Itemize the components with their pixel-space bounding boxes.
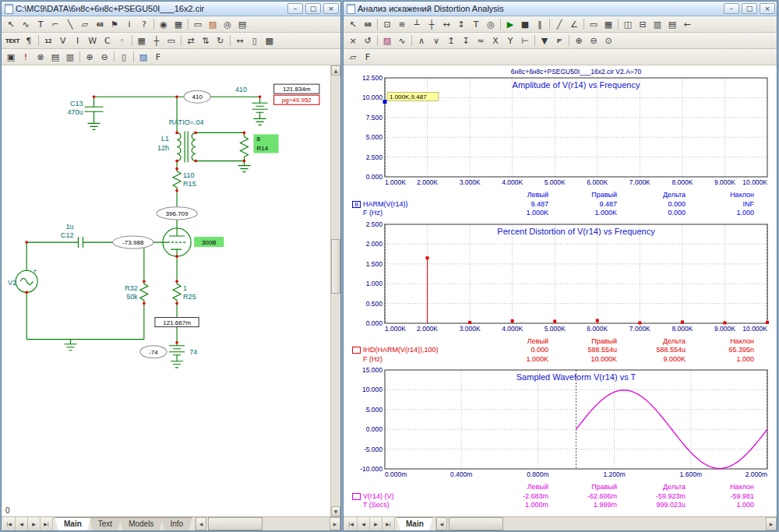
region-enable-icon[interactable]: ▦ bbox=[171, 18, 185, 31]
sheet-cascade-icon[interactable]: ▥ bbox=[63, 51, 77, 64]
tab-text[interactable]: Text bbox=[89, 517, 122, 530]
flip-horizontal-icon[interactable]: ⇄ bbox=[184, 34, 198, 48]
scroll-up-button[interactable]: ▲ bbox=[331, 65, 340, 76]
remove-icon[interactable]: ⊗ bbox=[33, 51, 48, 64]
tube-model-label[interactable]: 300B bbox=[202, 239, 217, 246]
sheet-tiles-icon[interactable]: ▤ bbox=[48, 51, 62, 64]
minimize-button[interactable]: – bbox=[287, 3, 303, 14]
ruler-icon[interactable]: ┴ bbox=[410, 18, 424, 31]
horizontal-axis-cursor-icon[interactable]: ↔ bbox=[439, 18, 453, 31]
r32-value-label[interactable]: 50k bbox=[126, 293, 138, 301]
l1-name-label[interactable]: L1 bbox=[161, 135, 169, 143]
waveform-buffer-icon[interactable]: ∿ bbox=[395, 34, 409, 48]
c13-name-label[interactable]: C13 bbox=[70, 100, 83, 107]
grid-icon[interactable]: ▦ bbox=[135, 34, 149, 48]
cross-hair-icon[interactable]: ┼ bbox=[150, 34, 164, 48]
wire-mode-icon[interactable]: ⌐ bbox=[48, 18, 62, 31]
hscroll-thumb[interactable] bbox=[449, 517, 503, 530]
chart-3-plot[interactable]: 0.000m0.400m0.800m1.200m1.600m2.000m-10.… bbox=[346, 368, 774, 479]
go-to-branch-icon[interactable]: ⊢ bbox=[518, 34, 532, 48]
text-icon[interactable]: T bbox=[469, 18, 483, 31]
prev-page-button[interactable]: ◀ bbox=[358, 517, 370, 530]
vertical-axis-cursor-icon[interactable]: ↕ bbox=[454, 18, 468, 31]
zoom-auto-icon[interactable]: ⊙ bbox=[601, 34, 615, 48]
find-component-icon[interactable]: ◎ bbox=[220, 18, 234, 31]
bias-value-label[interactable]: 74 bbox=[189, 348, 197, 356]
numeric-output-icon[interactable]: ▤ bbox=[665, 18, 679, 31]
cascade-icon[interactable]: ▥ bbox=[650, 18, 664, 31]
hscroll-track[interactable] bbox=[447, 517, 766, 530]
bplus-value-label[interactable]: 410 bbox=[235, 86, 247, 93]
r15-name-label[interactable]: R15 bbox=[183, 180, 196, 188]
exit-analysis-icon[interactable]: ← bbox=[680, 18, 694, 31]
conditions-icon[interactable]: C bbox=[100, 34, 115, 48]
r14-name-label[interactable]: R14 bbox=[257, 145, 269, 152]
c12-name-label[interactable]: C12 bbox=[61, 231, 74, 239]
c13-value-label[interactable]: 470u bbox=[67, 108, 83, 116]
chart-1-plot[interactable]: 1.000K2.000K3.000K4.000K5.000K6.000K7.00… bbox=[346, 68, 774, 187]
slope-icon[interactable]: ╱ bbox=[552, 18, 566, 31]
sensitive-border-icon[interactable]: ▩ bbox=[263, 34, 277, 48]
flip-vertical-icon[interactable]: ⇅ bbox=[199, 34, 213, 48]
rotate-icon[interactable]: ↻ bbox=[213, 34, 227, 48]
trace-expression[interactable]: F (Hz) bbox=[363, 209, 382, 218]
clipboard-page-icon[interactable]: ▯ bbox=[117, 51, 131, 64]
select-color-icon[interactable]: ▨ bbox=[206, 18, 220, 31]
graph-paper-icon[interactable]: 68 bbox=[361, 18, 375, 31]
prev-page-button[interactable]: ◀ bbox=[16, 517, 28, 530]
high-icon[interactable]: ↥ bbox=[444, 34, 458, 48]
v2-name-label[interactable]: V2 bbox=[8, 279, 16, 287]
node-numbers-icon[interactable]: 12 bbox=[41, 34, 55, 48]
ratio-label[interactable]: RATIO=.04 bbox=[169, 118, 204, 126]
analysis-titlebar[interactable]: Анализ искажений Distortion Analysis – □… bbox=[344, 2, 777, 16]
restore-button[interactable]: □ bbox=[305, 3, 321, 14]
hscroll-thumb[interactable] bbox=[208, 517, 263, 530]
schematic-titlebar[interactable]: C:\MC9\DATA\6н8с+6н8с+PSEGU50I___16x2.ci… bbox=[2, 2, 340, 16]
stop-icon[interactable]: ■ bbox=[518, 18, 532, 31]
tab-info[interactable]: Info bbox=[160, 517, 192, 530]
tag-icon[interactable]: ◎ bbox=[484, 18, 498, 31]
currents-icon[interactable]: I bbox=[71, 34, 85, 48]
trace-expression[interactable]: IHD(HARM(V(r14)),100) bbox=[363, 346, 439, 355]
select-mode-icon[interactable]: ↖ bbox=[346, 18, 360, 31]
select-mode-icon[interactable]: ↖ bbox=[4, 18, 18, 31]
trace-expression[interactable]: F (Hz) bbox=[363, 355, 382, 365]
color-palette-icon[interactable]: ▨ bbox=[136, 51, 150, 64]
schematic-horizontal-scrollbar[interactable]: ◀ ▶ bbox=[195, 517, 340, 530]
border-icon[interactable]: ▭ bbox=[164, 34, 178, 48]
scale-mode-icon[interactable]: 68 bbox=[93, 18, 107, 31]
peak-icon[interactable]: ∧ bbox=[414, 34, 428, 48]
tokens-icon[interactable]: ≋ bbox=[395, 18, 409, 31]
help-mode-icon[interactable]: ? bbox=[137, 18, 151, 31]
first-page-button[interactable]: |◀ bbox=[3, 517, 16, 530]
next-page-button[interactable]: ▶ bbox=[28, 517, 41, 530]
zoom-in-icon[interactable]: ⊕ bbox=[572, 34, 586, 48]
circuit-wires[interactable] bbox=[16, 97, 268, 368]
valley-icon[interactable]: ∨ bbox=[429, 34, 443, 48]
r25-value-label[interactable]: 1 bbox=[183, 284, 187, 292]
delete-all-objects-icon[interactable]: × bbox=[346, 34, 360, 48]
tile-horizontal-icon[interactable]: ⊟ bbox=[636, 18, 650, 31]
step-box-icon[interactable]: ↔ bbox=[233, 34, 247, 48]
l1-value-label[interactable]: 12h bbox=[157, 144, 169, 152]
zoom-in-icon[interactable]: ⊕ bbox=[83, 51, 97, 64]
show-all-icon[interactable]: ▤ bbox=[235, 18, 249, 31]
p-prime-icon[interactable]: P' bbox=[552, 34, 566, 48]
graphics-mode-icon[interactable]: ▱ bbox=[78, 18, 92, 31]
color-bars-icon[interactable]: ▨ bbox=[380, 34, 394, 48]
flag-mode-icon[interactable]: ⚑ bbox=[108, 18, 122, 31]
tab-models[interactable]: Models bbox=[119, 517, 163, 530]
inflection-icon[interactable]: ≈ bbox=[474, 34, 488, 48]
trace-expression[interactable]: HARM(V(r14)) bbox=[363, 200, 408, 210]
close-button[interactable]: × bbox=[323, 3, 339, 14]
tab-main[interactable]: Main bbox=[55, 517, 91, 530]
r14-value-label[interactable]: 8 bbox=[257, 136, 261, 143]
text-mode-icon[interactable]: T bbox=[33, 18, 48, 31]
scope-box-icon[interactable]: ▭ bbox=[587, 18, 601, 31]
first-page-button[interactable]: |◀ bbox=[345, 517, 358, 530]
schematic-vertical-scrollbar[interactable]: ▲ ▼ bbox=[330, 65, 340, 516]
trace-expression[interactable]: V(r14) (V) bbox=[363, 492, 394, 502]
font-icon[interactable]: F bbox=[151, 51, 165, 64]
zoom-out-icon[interactable]: ⊖ bbox=[587, 34, 601, 48]
annotate-mode-icon[interactable]: ▱ bbox=[346, 51, 360, 64]
